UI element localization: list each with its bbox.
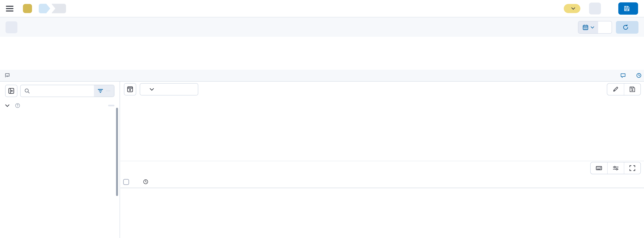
space-avatar[interactable] — [23, 4, 32, 13]
search-icon — [24, 88, 30, 94]
chevron-down-icon — [571, 7, 575, 10]
help-circle-icon[interactable] — [15, 103, 20, 108]
pencil-icon — [612, 86, 619, 92]
breadcrumb-discover[interactable] — [39, 4, 46, 13]
top-navigation-bar — [0, 0, 644, 18]
available-fields-count-badge — [108, 105, 114, 106]
feedback-icon — [620, 73, 626, 78]
save-icon — [624, 6, 630, 12]
clock-icon — [143, 179, 148, 185]
search-field-names-input[interactable] — [33, 88, 94, 94]
hide-chart-button[interactable] — [124, 83, 136, 95]
time-range-label[interactable] — [598, 21, 612, 33]
calendar-icon — [582, 24, 589, 31]
collapse-panel-icon — [8, 87, 15, 94]
discover-app — [0, 0, 644, 238]
edit-visualization-button[interactable] — [607, 84, 624, 95]
breadcrumb-page-title — [52, 4, 66, 13]
editor-footer — [0, 70, 644, 82]
fields-sidebar — [0, 82, 120, 238]
grid-action-group — [590, 162, 641, 174]
esql-help-button[interactable] — [6, 21, 18, 33]
select-all-checkbox[interactable] — [123, 179, 129, 185]
histogram-panel — [120, 82, 644, 161]
chevron-down-icon[interactable] — [5, 104, 10, 107]
chevron-down-icon — [150, 88, 154, 91]
refresh-button[interactable] — [616, 21, 638, 34]
unsaved-changes-badge[interactable] — [564, 4, 580, 13]
hide-chart-icon — [127, 86, 134, 93]
menu-icon[interactable] — [6, 6, 14, 12]
sliders-icon — [612, 165, 619, 171]
histogram-plot — [142, 105, 641, 127]
collapse-sidebar-button[interactable] — [5, 85, 18, 97]
clock-icon — [636, 73, 642, 78]
switch-to-classic-button[interactable] — [589, 3, 601, 15]
filter-count-badge — [106, 90, 110, 91]
field-search — [20, 85, 114, 97]
filter-icon — [98, 88, 104, 94]
field-filters-button[interactable] — [94, 85, 114, 97]
results-tab-bar — [120, 161, 644, 175]
sidebar-scrollbar[interactable] — [116, 108, 118, 196]
save-visualization-button[interactable] — [624, 84, 640, 95]
date-picker — [578, 21, 612, 34]
esql-editor[interactable] — [0, 37, 644, 70]
column-header-order-date[interactable] — [141, 176, 148, 188]
breakdown-selector[interactable] — [140, 83, 198, 95]
save-button[interactable] — [618, 2, 638, 15]
keyboard-icon — [596, 165, 602, 171]
fullscreen-button[interactable] — [624, 162, 640, 174]
chart-action-group — [607, 83, 641, 95]
submit-feedback-link[interactable] — [620, 73, 628, 78]
display-options-button[interactable] — [607, 162, 624, 174]
save-icon — [629, 86, 636, 92]
calendar-dropdown-button[interactable] — [578, 21, 598, 33]
refresh-icon — [623, 24, 628, 30]
query-toolbar — [0, 18, 644, 37]
chevron-down-icon — [591, 26, 594, 29]
results-table-header — [120, 176, 644, 188]
chart-x-axis-labels — [142, 128, 641, 140]
show-recent-queries-link[interactable] — [636, 73, 644, 78]
fullscreen-icon — [629, 165, 636, 171]
editor-lines-icon — [4, 72, 10, 78]
keyboard-shortcuts-button[interactable] — [591, 162, 607, 174]
